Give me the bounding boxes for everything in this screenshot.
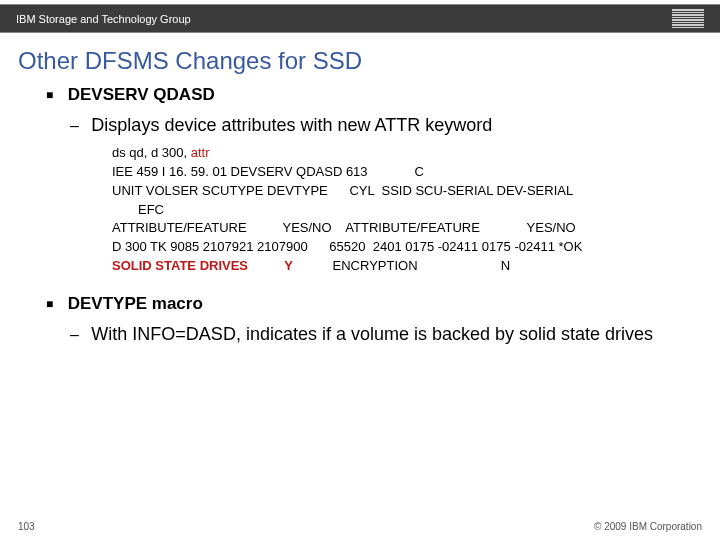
code-line-6: D 300 TK 9085 2107921 2107900 65520 2401… (112, 238, 688, 257)
code-line-1: ds qd, d 300, attr (112, 144, 688, 163)
bullet1-sub-text: Displays device attributes with new ATTR… (91, 115, 492, 135)
code-line-4: EFC (138, 201, 688, 220)
dash-bullet-icon: – (70, 117, 79, 134)
bullet1-heading: DEVSERV QDASD (68, 85, 215, 104)
footer: 103 © 2009 IBM Corporation (0, 521, 720, 532)
slide-title: Other DFSMS Changes for SSD (18, 47, 702, 75)
page-number: 103 (18, 521, 35, 532)
code-line-2: IEE 459 I 16. 59. 01 DEVSERV QDASD 613 C (112, 163, 688, 182)
code-line-5: ATTRIBUTE/FEATURE YES/NO ATTRIBUTE/FEATU… (112, 219, 688, 238)
ibm-logo-icon (672, 9, 704, 28)
bullet-devserv: ■ DEVSERV QDASD – Displays device attrib… (46, 85, 688, 276)
code-line-7: SOLID STATE DRIVES Y ENCRYPTION N (112, 257, 688, 276)
bullet2-sub-text: With INFO=DASD, indicates if a volume is… (91, 324, 653, 344)
bullet1-sub: – Displays device attributes with new AT… (70, 115, 688, 276)
dash-bullet-icon: – (70, 326, 79, 343)
bullet-devtype: ■ DEVTYPE macro – With INFO=DASD, indica… (46, 294, 688, 345)
group-label: IBM Storage and Technology Group (16, 13, 191, 25)
bullet2-heading: DEVTYPE macro (68, 294, 203, 313)
top-bar: IBM Storage and Technology Group (0, 4, 720, 33)
code-output: ds qd, d 300, attr IEE 459 I 16. 59. 01 … (112, 144, 688, 276)
square-bullet-icon: ■ (46, 297, 53, 311)
square-bullet-icon: ■ (46, 88, 53, 102)
slide-body: ■ DEVSERV QDASD – Displays device attrib… (0, 85, 720, 345)
bullet2-sub: – With INFO=DASD, indicates if a volume … (70, 324, 688, 345)
code-line-3: UNIT VOLSER SCUTYPE DEVTYPE CYL SSID SCU… (112, 182, 688, 201)
copyright: © 2009 IBM Corporation (594, 521, 702, 532)
